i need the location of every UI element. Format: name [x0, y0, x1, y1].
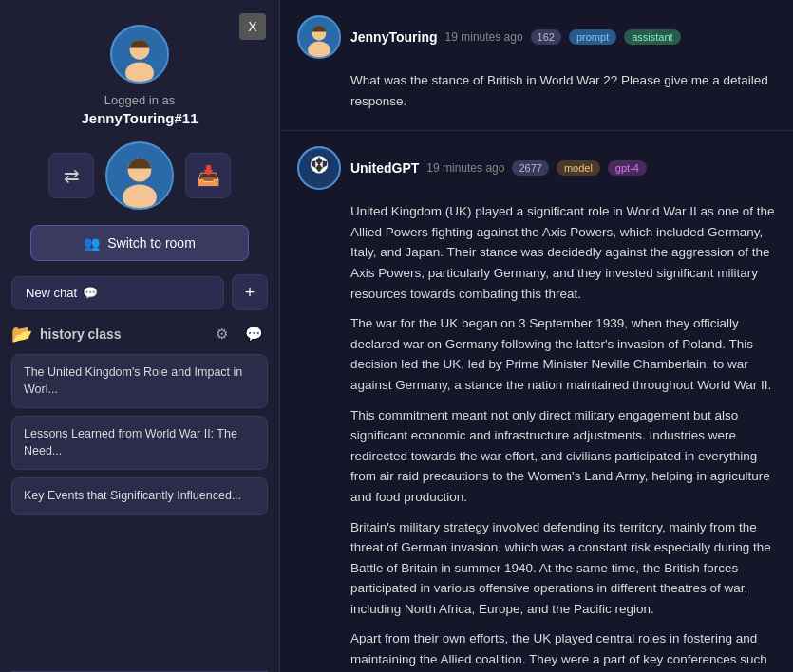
msg-para-2-0: United Kingdom (UK) played a significant…: [350, 201, 776, 304]
user-avatar-image-1: [299, 17, 339, 57]
icon-row: ⇄ 📥: [11, 141, 268, 210]
message-block-2: UnitedGPT 19 minutes ago 2677 model gpt-…: [280, 131, 793, 672]
msg-para-2-4: Apart from their own efforts, the UK pla…: [350, 628, 776, 672]
msg-tag-prompt-1: prompt: [569, 29, 616, 45]
msg-token-1: 162: [531, 29, 561, 45]
message-header-1: JennyTouring 19 minutes ago 162 prompt a…: [297, 15, 776, 59]
bot-avatar-image-2: [299, 148, 339, 188]
msg-time-1: 19 minutes ago: [445, 30, 523, 44]
history-header: 📂 history class ⚙ 💬: [11, 324, 268, 345]
msg-para-2-1: The war for the UK began on 3 September …: [350, 313, 776, 395]
logged-in-label: Logged in as: [104, 93, 175, 107]
people-icon: 👥: [84, 235, 100, 251]
folder-icon: 📂: [11, 324, 32, 345]
user-avatar-1: [297, 15, 341, 59]
history-item[interactable]: The United Kingdom's Role and Impact in …: [11, 354, 268, 408]
message-block-1: JennyTouring 19 minutes ago 162 prompt a…: [280, 0, 793, 131]
avatar-area: Logged in as JennyTouring#11: [81, 25, 198, 126]
switch-room-button[interactable]: 👥 Switch to room: [30, 225, 249, 261]
msg-text-1: What was the stance of British in World …: [350, 70, 776, 111]
bot-avatar-2: [297, 146, 341, 190]
msg-token-2: 2677: [512, 160, 548, 176]
switch-room-label: Switch to room: [107, 235, 196, 251]
msg-username-1: JennyTouring: [350, 29, 438, 45]
history-section: 📂 history class ⚙ 💬 The United Kingdom's…: [11, 324, 268, 523]
history-chat-button[interactable]: 💬: [240, 324, 268, 345]
transfer-icon: ⇄: [64, 164, 80, 187]
main-content: JennyTouring 19 minutes ago 162 prompt a…: [280, 0, 793, 672]
new-chat-plus-button[interactable]: +: [232, 274, 268, 310]
main-avatar: [110, 25, 169, 84]
msg-meta-1: JennyTouring 19 minutes ago 162 prompt a…: [350, 29, 681, 45]
msg-tag-gpt-2: gpt-4: [608, 160, 647, 176]
msg-tag-model-2: model: [557, 160, 600, 176]
sidebar: X Logged in as JennyTouring#11 ⇄: [0, 0, 280, 672]
history-gear-button[interactable]: ⚙: [211, 324, 233, 345]
plus-icon: +: [245, 283, 255, 303]
new-chat-row: New chat 💬 +: [11, 274, 268, 310]
message-header-2: UnitedGPT 19 minutes ago 2677 model gpt-…: [297, 146, 776, 190]
history-title: history class: [40, 327, 203, 342]
msg-para-2-3: Britain's military strategy involved def…: [350, 517, 776, 620]
close-label: X: [248, 19, 256, 34]
msg-content-2: United Kingdom (UK) played a significant…: [350, 201, 776, 672]
username-display: JennyTouring#11: [81, 110, 198, 126]
switch-icon-btn[interactable]: ⇄: [48, 153, 94, 198]
msg-meta-2: UnitedGPT 19 minutes ago 2677 model gpt-…: [350, 160, 647, 176]
msg-para-2-2: This commitment meant not only direct mi…: [350, 405, 776, 508]
new-chat-button[interactable]: New chat 💬: [11, 276, 224, 309]
inbox-icon-btn[interactable]: 📥: [185, 153, 231, 198]
new-chat-label: New chat: [26, 286, 77, 300]
msg-content-1: What was the stance of British in World …: [350, 70, 776, 111]
center-avatar-image: [107, 143, 172, 208]
msg-time-2: 19 minutes ago: [426, 161, 504, 175]
chat-bubble-icon: 💬: [83, 286, 98, 300]
history-item[interactable]: Key Events that Significantly Influenced…: [11, 477, 268, 515]
history-item[interactable]: Lessons Learned from World War II: The N…: [11, 416, 268, 470]
avatar-image: [112, 27, 167, 82]
center-avatar[interactable]: [105, 141, 174, 210]
close-button[interactable]: X: [239, 13, 266, 40]
msg-tag-assistant-1: assistant: [624, 29, 680, 45]
msg-username-2: UnitedGPT: [350, 160, 419, 176]
inbox-icon: 📥: [197, 164, 220, 187]
